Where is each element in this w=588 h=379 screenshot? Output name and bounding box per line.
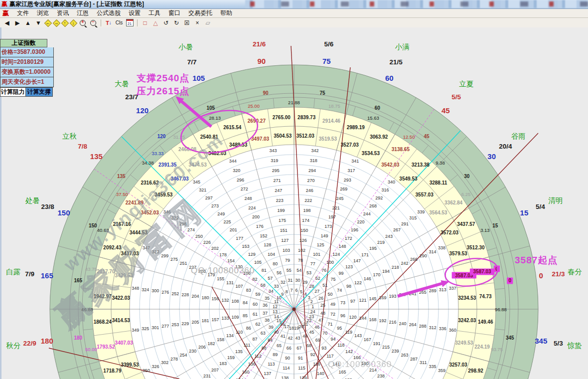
menu-item-9[interactable]: 交易委托 <box>184 9 216 16</box>
svg-text:64: 64 <box>268 338 273 343</box>
svg-text:140: 140 <box>317 371 324 376</box>
svg-text:302: 302 <box>161 360 168 365</box>
svg-text:3497.03: 3497.03 <box>251 136 270 142</box>
svg-text:347: 347 <box>143 245 150 250</box>
calendar-icon[interactable]: 21 <box>125 18 135 27</box>
svg-text:159: 159 <box>227 355 235 360</box>
sort-icon[interactable]: T↓ <box>104 18 114 27</box>
draw-square-icon[interactable]: □ <box>140 18 150 27</box>
svg-text:123: 123 <box>345 264 353 269</box>
calc-resistance-button[interactable]: 计算阻力 <box>0 87 26 97</box>
menu-item-4[interactable]: 江恩 <box>73 9 93 16</box>
svg-text:50.00: 50.00 <box>85 347 97 352</box>
svg-text:3444.53: 3444.53 <box>130 230 148 235</box>
cls-button[interactable]: Cls <box>114 18 124 27</box>
svg-text:92: 92 <box>310 352 315 357</box>
index-data-panel: 上证指数 价格=3587.0300 时间=20180129 变换系数=1.000… <box>0 39 54 97</box>
svg-text:201: 201 <box>230 227 237 232</box>
eraser-icon[interactable]: ▱ <box>203 18 213 27</box>
svg-text:3557.03: 3557.03 <box>416 192 434 197</box>
svg-text:191: 191 <box>373 341 380 346</box>
svg-text:266: 266 <box>410 257 418 262</box>
svg-text:19: 19 <box>294 326 299 331</box>
nav-right-icon[interactable]: ▶ <box>12 18 22 27</box>
svg-text:102: 102 <box>298 248 305 253</box>
svg-text:76: 76 <box>321 268 326 273</box>
zoom-in-icon[interactable]: + <box>78 18 88 27</box>
svg-text:263: 263 <box>401 353 408 358</box>
svg-text:320: 320 <box>233 168 240 173</box>
svg-text:269: 269 <box>340 187 347 191</box>
svg-text:115: 115 <box>298 366 305 371</box>
svg-text:75: 75 <box>322 57 331 65</box>
title-bar: 赢 赢家江恩专业版[赢家服务平台] - [上证指数 江恩轮] <box>0 0 588 9</box>
menu-item-6[interactable]: 设置 <box>125 9 145 16</box>
svg-text:60: 60 <box>385 74 394 82</box>
svg-text:150: 150 <box>58 208 70 217</box>
svg-text:116: 116 <box>313 362 320 367</box>
calc-support-button[interactable]: 计算支撑 <box>26 87 53 97</box>
svg-text:105: 105 <box>206 105 215 111</box>
menu-item-7[interactable]: 工具 <box>145 9 164 16</box>
svg-text:337: 337 <box>449 286 456 291</box>
svg-text:311: 311 <box>420 360 427 365</box>
svg-text:12.50: 12.50 <box>403 134 415 140</box>
svg-text:216: 216 <box>389 320 397 325</box>
svg-text:43: 43 <box>295 336 300 341</box>
select-box-icon[interactable]: ☒ <box>182 18 192 27</box>
svg-text:192: 192 <box>379 318 387 323</box>
svg-text:198: 198 <box>303 208 311 213</box>
pan-left-icon[interactable]: ← <box>44 19 52 27</box>
svg-text:275: 275 <box>170 257 178 262</box>
cross-icon[interactable]: × <box>192 18 202 27</box>
svg-text:17: 17 <box>284 324 289 329</box>
svg-text:171: 171 <box>361 252 369 257</box>
pan-up-icon[interactable]: ↑ <box>61 19 69 27</box>
draw-triangle-icon[interactable]: △ <box>150 18 160 27</box>
svg-text:350: 350 <box>143 368 150 373</box>
svg-text:224.19: 224.19 <box>474 344 490 350</box>
svg-text:45: 45 <box>424 134 430 139</box>
svg-text:18.75: 18.75 <box>328 103 340 109</box>
svg-text:301: 301 <box>151 325 159 330</box>
menu-item-3[interactable]: 资讯 <box>53 9 73 16</box>
menu-item-5[interactable]: 公式选股 <box>93 9 125 16</box>
svg-text:349: 349 <box>132 328 139 333</box>
svg-text:132: 132 <box>221 298 229 303</box>
menu-item-8[interactable]: 窗口 <box>164 9 184 16</box>
svg-text:105: 105 <box>192 74 205 82</box>
gann-wheel-chart[interactable]: 1234567891011121314151617181920212223242… <box>0 27 588 379</box>
svg-text:341: 341 <box>351 159 359 164</box>
menu-item-1[interactable]: 文件 <box>13 9 33 16</box>
gann-wheel-stage[interactable]: 1234567891011121314151617181920212223242… <box>0 27 588 379</box>
svg-text:250: 250 <box>195 234 203 239</box>
svg-text:206: 206 <box>198 345 206 350</box>
svg-text:247: 247 <box>275 188 282 193</box>
svg-text:141: 141 <box>332 362 340 367</box>
svg-text:165: 165 <box>41 271 53 280</box>
svg-text:30: 30 <box>487 152 496 161</box>
svg-text:153: 153 <box>242 244 249 249</box>
titlebar-blurred-items <box>245 0 588 8</box>
svg-text:1868.24: 1868.24 <box>94 319 112 325</box>
svg-text:317: 317 <box>348 168 355 173</box>
svg-text:135: 135 <box>117 174 126 179</box>
nav-up-icon[interactable]: ▲ <box>23 18 33 27</box>
svg-text:47: 47 <box>318 318 323 323</box>
rotate-ccw-icon[interactable]: ↺ <box>161 18 171 27</box>
svg-text:204: 204 <box>191 294 199 299</box>
pan-right-icon[interactable]: → <box>52 19 60 27</box>
svg-text:小满: 小满 <box>395 43 410 51</box>
svg-text:200: 200 <box>252 214 260 219</box>
menu-item-2[interactable]: 浏览 <box>33 9 53 16</box>
rotate-cw-icon[interactable]: ↻ <box>171 18 181 27</box>
svg-text:248: 248 <box>245 196 252 201</box>
svg-text:33: 33 <box>274 284 279 289</box>
zoom-out-icon[interactable]: − <box>88 18 98 27</box>
svg-text:31.25: 31.25 <box>173 134 185 140</box>
pan-down-icon[interactable]: ↓ <box>69 19 77 27</box>
nav-down-icon[interactable]: ▼ <box>33 18 43 27</box>
nav-left-icon[interactable]: ◀ <box>2 18 12 27</box>
svg-text:秋分: 秋分 <box>6 342 21 350</box>
menu-item-10[interactable]: 帮助 <box>216 9 236 16</box>
